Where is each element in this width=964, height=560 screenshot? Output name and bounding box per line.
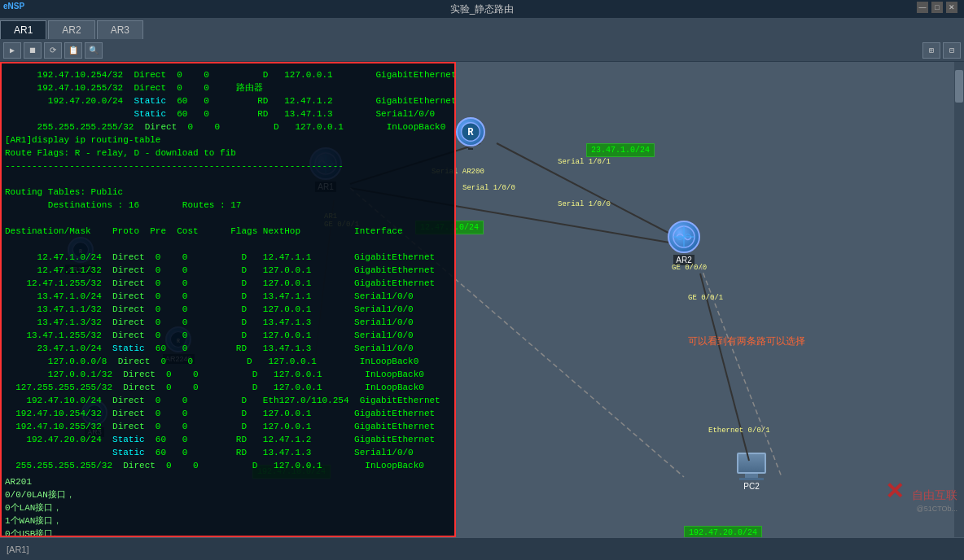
router-top[interactable]: R xyxy=(456,117,485,150)
term-empty2 xyxy=(5,212,449,225)
term-ar201-desc: 0/0/0LAN接口， xyxy=(5,488,449,501)
term-r9: 127.0.0.0/8 Direct 0 0 D 127.0.0.1 InLoo… xyxy=(5,355,449,368)
term-flags: Route Flags: R - relay, D - download to … xyxy=(5,147,449,160)
statusbar: [AR1] xyxy=(0,537,964,560)
watermark-brand: 自由互联 xyxy=(912,488,957,501)
watermark-sub: @51CTOb... xyxy=(885,505,957,513)
term-r15: 192.47.20.0/24 Static 60 0 RD 12.47.1.2 … xyxy=(5,433,449,446)
minimize-button[interactable]: — xyxy=(917,2,928,13)
svg-text:R: R xyxy=(467,127,474,138)
tab-ar3[interactable]: AR3 xyxy=(97,20,143,39)
term-r13: 192.47.10.254/32 Direct 0 0 D 127.0.0.1 … xyxy=(5,407,449,420)
tab-ar2[interactable]: AR2 xyxy=(48,20,94,39)
titlebar: eNSP 实验_静态路由 — □ ✕ xyxy=(0,0,964,18)
statusbar-prompt: [AR1] xyxy=(7,545,29,554)
term-line-4: Static 60 0 RD 13.47.1.3 Serial1/0/0 xyxy=(5,107,449,120)
iface-serial-1-0-0-ar2: Serial 1/0/0 xyxy=(558,200,611,208)
term-empty xyxy=(5,173,449,186)
term-r1: 12.47.1.0/24 Direct 0 0 D 12.47.1.1 Giga… xyxy=(5,251,449,264)
toolbar-btn-3[interactable]: ⟳ xyxy=(44,42,62,59)
iface-ethernet-0-0-1: Ethernet 0/0/1 xyxy=(708,427,770,435)
toolbar-btn-right-1[interactable]: ⊞ xyxy=(922,42,940,59)
toolbar-btn-1[interactable]: ▶ xyxy=(3,42,21,59)
scrollbar-right[interactable] xyxy=(954,62,964,537)
toolbar: ▶ ⏹ ⟳ 📋 🔍 ⊞ ⊟ xyxy=(0,39,964,62)
iface-serial-1-0-1: Serial 1/0/1 xyxy=(558,158,611,166)
term-ar201-desc3: 1个WAN接口， xyxy=(5,514,449,527)
scrollbar-thumb[interactable] xyxy=(955,70,963,103)
term-r3: 12.47.1.255/32 Direct 0 0 D 127.0.0.1 Gi… xyxy=(5,277,449,290)
close-button[interactable]: ✕ xyxy=(946,2,957,13)
term-r4: 13.47.1.0/24 Direct 0 0 D 13.47.1.1 Seri… xyxy=(5,290,449,303)
watermark: ✕ 自由互联 @51CTOb... xyxy=(885,478,957,513)
term-ar201-desc4: 0个USB接口。 xyxy=(5,527,449,537)
term-ar201: AR201 xyxy=(5,475,449,488)
iface-ge-0-0-1: GE 0/0/1 xyxy=(688,294,723,302)
watermark-x-logo: ✕ xyxy=(885,479,904,504)
router-top-icon: R xyxy=(456,117,485,147)
term-r6: 13.47.1.3/32 Direct 0 0 D 13.47.1.3 Seri… xyxy=(5,316,449,329)
term-routes: Destinations : 16 Routes : 17 xyxy=(5,199,449,212)
term-line-2: 192.47.10.255/32 Direct 0 0 路由器 xyxy=(5,81,449,94)
term-r11: 127.255.255.255/32 Direct 0 0 D 127.0.0.… xyxy=(5,381,449,394)
net-label-23-47: 23.47.1.0/24 xyxy=(586,143,655,157)
term-line-3: 192.47.20.0/24 Static 60 0 RD 12.47.1.2 … xyxy=(5,94,449,107)
term-ar201-desc2: 0个LAN接口， xyxy=(5,501,449,514)
toolbar-btn-2[interactable]: ⏹ xyxy=(24,42,42,59)
iface-serial-1-0-0-ar1: Serial 1/0/0 xyxy=(462,184,515,192)
term-sep: ----------------------------------------… xyxy=(5,160,449,173)
app-logo: eNSP xyxy=(3,2,24,11)
router-top-label xyxy=(468,148,473,150)
net-label-192-47-20: 192.47.20.0/24 xyxy=(684,526,762,537)
term-r10: 127.0.0.1/32 Direct 0 0 D 127.0.0.1 InLo… xyxy=(5,368,449,381)
term-empty3 xyxy=(5,238,449,251)
terminal-panel[interactable]: 192.47.10.254/32 Direct 0 0 D 127.0.0.1 … xyxy=(0,62,456,537)
main-area: 192.47.10.254/32 Direct 0 0 D 127.0.0.1 … xyxy=(0,62,964,537)
term-r8: 23.47.1.0/24 Static 60 0 RD 13.47.1.3 Se… xyxy=(5,342,449,355)
term-line-5: 255.255.255.255/32 Direct 0 0 D 127.0.0.… xyxy=(5,120,449,133)
maximize-button[interactable]: □ xyxy=(931,2,943,13)
iface-ge-0-0-0: GE 0/0/0 xyxy=(672,264,707,272)
term-r15b: Static 60 0 RD 13.47.1.3 Serial1/0/0 xyxy=(5,446,449,459)
term-r12: 192.47.10.0/24 Direct 0 0 D Eth127.0/110… xyxy=(5,394,449,407)
term-r5: 13.47.1.1/32 Direct 0 0 D 127.0.0.1 Seri… xyxy=(5,303,449,316)
router-ar2[interactable]: AR2 xyxy=(668,221,700,265)
tab-bar: AR1 AR2 AR3 xyxy=(0,18,964,39)
term-r16: 255.255.255.255/32 Direct 0 0 D 127.0.0.… xyxy=(5,459,449,472)
toolbar-btn-5[interactable]: 🔍 xyxy=(85,42,103,59)
toolbar-btn-4[interactable]: 📋 xyxy=(64,42,82,59)
router-ar2-icon xyxy=(668,221,700,253)
tab-ar1[interactable]: AR1 xyxy=(0,20,46,39)
term-r7: 13.47.1.255/32 Direct 0 0 D 127.0.0.1 Se… xyxy=(5,329,449,342)
term-header: Destination/Mask Proto Pre Cost Flags Ne… xyxy=(5,225,449,238)
term-line-1: 192.47.10.254/32 Direct 0 0 D 127.0.0.1 … xyxy=(5,68,449,81)
term-r2: 12.47.1.1/32 Direct 0 0 D 127.0.0.1 Giga… xyxy=(5,264,449,277)
window-controls[interactable]: — □ ✕ xyxy=(917,2,957,13)
term-r14: 192.47.10.255/32 Direct 0 0 D 127.0.0.1 … xyxy=(5,420,449,433)
term-tables: Routing Tables: Public xyxy=(5,186,449,199)
term-cmd: [AR1]display ip routing-table xyxy=(5,133,449,147)
toolbar-btn-right-2[interactable]: ⊟ xyxy=(943,42,961,59)
app-title: 实验_静态路由 xyxy=(450,2,515,16)
comment-two-routes: 可以看到有两条路可以选择 xyxy=(688,335,805,348)
